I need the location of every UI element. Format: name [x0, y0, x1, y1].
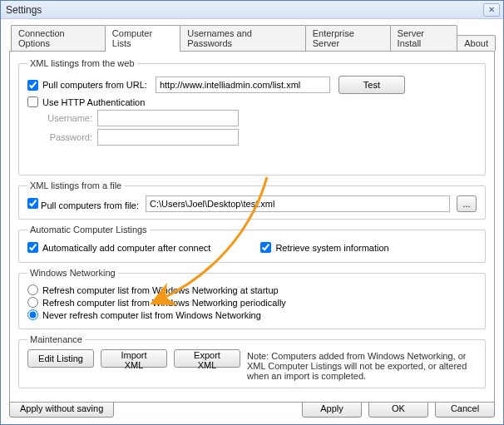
password-label: Password:: [44, 132, 92, 142]
tabpanel-computer-lists: XML listings from the web Pull computers…: [9, 51, 495, 403]
tab-about[interactable]: About: [457, 35, 496, 51]
group-web-listings: XML listings from the web Pull computers…: [18, 58, 486, 175]
radio-never-refresh[interactable]: Never refresh computer list from Windows…: [27, 309, 261, 320]
browse-button[interactable]: ...: [457, 195, 477, 212]
radio-refresh-periodic-input[interactable]: [27, 297, 38, 308]
tab-server-install[interactable]: Server Install: [390, 25, 458, 51]
group-web-legend: XML listings from the web: [27, 58, 137, 68]
content-area: Connection Options Computer Lists Userna…: [1, 19, 503, 424]
retrieve-info-checkbox-input[interactable]: [260, 242, 271, 253]
pull-file-checkbox[interactable]: Pull computers from file:: [27, 198, 139, 210]
group-maintenance: Maintenance Edit Listing Import XML Expo…: [18, 334, 486, 388]
settings-window: Settings ✕ Connection Options Computer L…: [0, 0, 504, 425]
pull-url-checkbox[interactable]: Pull computers from URL:: [27, 80, 147, 91]
username-input[interactable]: [97, 110, 239, 126]
export-xml-button[interactable]: Export XML: [174, 349, 240, 368]
tab-enterprise-server[interactable]: Enterprise Server: [305, 25, 391, 51]
use-auth-checkbox[interactable]: Use HTTP Authentication: [27, 96, 145, 107]
edit-listing-button[interactable]: Edit Listing: [27, 349, 94, 368]
group-maint-legend: Maintenance: [27, 334, 85, 344]
radio-refresh-periodic-label: Refresh computer list from Windows Netwo…: [42, 298, 286, 308]
group-winnet-legend: Windows Networking: [27, 268, 118, 278]
auto-add-checkbox-input[interactable]: [27, 242, 38, 253]
radio-never-refresh-label: Never refresh computer list from Windows…: [42, 310, 261, 320]
pull-url-checkbox-input[interactable]: [27, 80, 38, 91]
pull-file-checkbox-input[interactable]: [27, 198, 38, 209]
group-file-listings: XML listings from a file Pull computers …: [18, 180, 486, 220]
tabstrip: Connection Options Computer Lists Userna…: [11, 24, 495, 51]
retrieve-info-checkbox[interactable]: Retrieve system information: [260, 242, 388, 253]
maintenance-note: Note: Computers added from Windows Netwo…: [247, 349, 477, 381]
radio-never-refresh-input[interactable]: [27, 309, 38, 320]
tab-computer-lists[interactable]: Computer Lists: [105, 25, 180, 52]
group-windows-networking: Windows Networking Refresh computer list…: [18, 268, 486, 329]
import-xml-button[interactable]: Import XML: [101, 349, 167, 368]
auto-add-checkbox[interactable]: Automatically add computer after connect: [27, 242, 210, 253]
group-file-legend: XML listings from a file: [27, 180, 124, 190]
radio-refresh-periodic[interactable]: Refresh computer list from Windows Netwo…: [27, 297, 286, 308]
tab-usernames-passwords[interactable]: Usernames and Passwords: [180, 25, 305, 51]
pull-url-label: Pull computers from URL:: [42, 80, 147, 90]
use-auth-label: Use HTTP Authentication: [42, 97, 145, 107]
file-path-input[interactable]: [146, 195, 450, 212]
close-icon[interactable]: ✕: [483, 3, 500, 17]
group-auto-listings: Automatic Computer Listings Automaticall…: [18, 225, 486, 263]
radio-refresh-startup-label: Refresh computer list from Windows Netwo…: [42, 285, 279, 295]
tab-connection-options[interactable]: Connection Options: [11, 25, 106, 51]
radio-refresh-startup-input[interactable]: [27, 284, 38, 295]
radio-refresh-startup[interactable]: Refresh computer list from Windows Netwo…: [27, 284, 279, 295]
password-input[interactable]: [97, 129, 239, 146]
retrieve-info-label: Retrieve system information: [275, 243, 388, 253]
test-button[interactable]: Test: [338, 76, 405, 94]
username-label: Username:: [44, 113, 92, 123]
window-title: Settings: [6, 4, 483, 16]
group-auto-legend: Automatic Computer Listings: [27, 225, 150, 235]
auto-add-label: Automatically add computer after connect: [42, 243, 210, 253]
pull-file-label: Pull computers from file:: [41, 200, 139, 210]
use-auth-checkbox-input[interactable]: [27, 96, 38, 107]
titlebar: Settings ✕: [1, 1, 503, 19]
url-input[interactable]: [156, 77, 330, 93]
